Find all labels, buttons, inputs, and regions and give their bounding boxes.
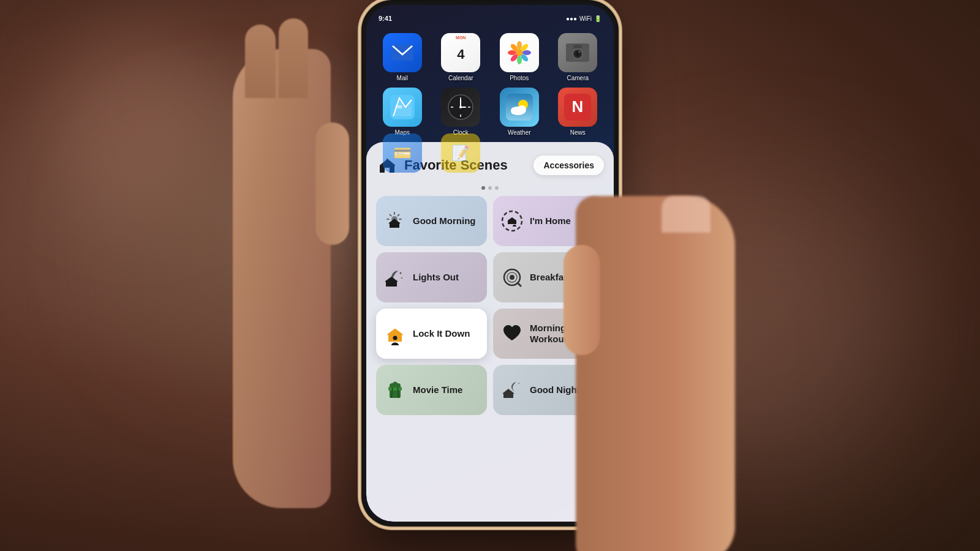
camera-label: Camera xyxy=(567,75,589,81)
good-morning-icon xyxy=(383,209,407,233)
status-icons: ●●● WiFi 🔋 xyxy=(566,15,601,22)
app-weather[interactable]: Weather xyxy=(493,88,546,136)
app-calendar[interactable]: MON 4 Calendar xyxy=(435,33,488,81)
breakfast-time-icon xyxy=(500,266,524,289)
notes-icon: 📝 xyxy=(441,133,480,173)
phone-wrapper: 9:41 ●●● WiFi 🔋 Mail xyxy=(306,0,674,551)
calendar-label: Calendar xyxy=(448,75,473,81)
svg-line-46 xyxy=(518,283,521,286)
svg-point-26 xyxy=(459,106,462,108)
lock-it-down-icon xyxy=(383,322,407,345)
scene-lock-it-down[interactable]: Lock It Down xyxy=(376,309,487,359)
svg-point-56 xyxy=(518,383,519,384)
im-home-icon xyxy=(500,209,524,233)
scene-good-morning[interactable]: Good Morning xyxy=(376,196,487,246)
status-bar: 9:41 ●●● WiFi 🔋 xyxy=(366,5,614,27)
svg-point-42 xyxy=(400,272,402,274)
scene-lights-out[interactable]: Lights Out xyxy=(376,252,487,302)
mail-icon xyxy=(383,33,422,72)
photos-icon xyxy=(500,33,539,72)
lights-out-icon xyxy=(383,266,407,289)
app-news[interactable]: N News xyxy=(552,88,605,136)
svg-point-4 xyxy=(508,50,516,55)
svg-point-15 xyxy=(579,51,581,53)
svg-point-45 xyxy=(510,275,514,280)
svg-line-38 xyxy=(390,215,391,216)
svg-point-31 xyxy=(518,105,526,114)
lights-out-label: Lights Out xyxy=(413,272,459,283)
camera-icon xyxy=(558,33,597,72)
im-home-label: I'm Home xyxy=(530,216,571,227)
svg-line-37 xyxy=(398,215,399,216)
svg-point-48 xyxy=(393,336,398,340)
good-night-label: Good Night xyxy=(530,384,580,395)
lock-it-down-label: Lock It Down xyxy=(413,328,470,339)
dot-3 xyxy=(495,186,499,190)
photos-label: Photos xyxy=(510,75,529,81)
maps-icon: 280 xyxy=(383,88,422,127)
left-hand xyxy=(233,49,331,508)
wifi-icon: WiFi xyxy=(579,15,592,22)
app-photos[interactable]: Photos xyxy=(493,33,546,81)
calendar-icon: MON 4 xyxy=(441,33,480,72)
svg-point-55 xyxy=(396,383,401,388)
movie-time-label: Movie Time xyxy=(413,384,462,395)
good-morning-label: Good Morning xyxy=(413,216,475,227)
app-grid: Mail MON 4 Calendar xyxy=(366,27,614,142)
movie-time-icon xyxy=(383,378,407,402)
dot-1 xyxy=(481,186,485,190)
weather-icon xyxy=(500,88,539,127)
svg-text:N: N xyxy=(572,97,584,116)
svg-point-5 xyxy=(522,50,531,55)
time-display: 9:41 xyxy=(379,15,392,22)
morning-workout-icon xyxy=(500,322,524,345)
mail-label: Mail xyxy=(397,75,408,81)
good-night-icon xyxy=(500,378,524,402)
app-mail[interactable]: Mail xyxy=(376,33,429,81)
app-grid-partial: 💳 📝 xyxy=(366,133,614,173)
news-icon: N xyxy=(558,88,597,127)
app-notes: 📝 xyxy=(435,133,488,173)
battery-icon: 🔋 xyxy=(594,15,601,22)
app-maps[interactable]: 280 Maps xyxy=(376,88,429,136)
wallet-icon: 💳 xyxy=(383,133,422,173)
signal-icon: ●●● xyxy=(566,15,577,22)
svg-rect-11 xyxy=(573,45,582,48)
svg-point-2 xyxy=(517,41,522,50)
svg-point-43 xyxy=(401,277,402,279)
page-dots xyxy=(376,186,604,190)
scene-movie-time[interactable]: Movie Time xyxy=(376,365,487,415)
dot-2 xyxy=(488,186,492,190)
svg-text:280: 280 xyxy=(395,105,402,109)
svg-point-41 xyxy=(513,220,516,223)
svg-point-30 xyxy=(511,107,518,114)
app-wallet: 💳 xyxy=(376,133,429,173)
app-clock[interactable]: Clock xyxy=(435,88,488,136)
svg-point-3 xyxy=(517,56,522,64)
right-hand xyxy=(576,196,735,551)
clock-icon xyxy=(441,88,480,127)
app-camera[interactable]: Camera xyxy=(552,33,605,81)
